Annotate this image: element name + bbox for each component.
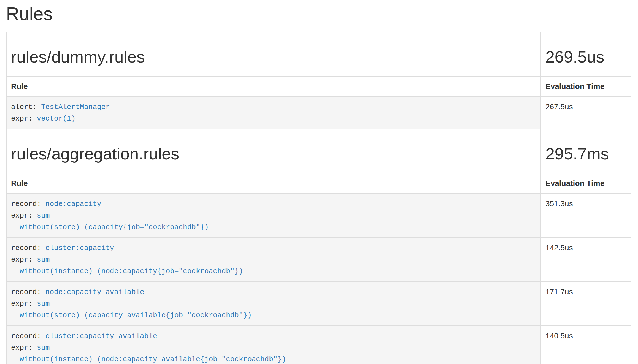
expr-keyword: expr: [11, 300, 37, 308]
rules-page: Rules rules/dummy.rules 269.5us Rule Eva… [0, 0, 638, 364]
rule-evaluation-time: 351.3us [541, 194, 631, 238]
rule-group-title: rules/aggregation.rules [11, 145, 536, 163]
column-header-row: Rule Evaluation Time [6, 76, 631, 97]
rule-code-line: expr: sum [11, 254, 536, 265]
record-keyword: record: [11, 332, 45, 340]
rule-group-name-cell: rules/dummy.rules [6, 32, 541, 76]
rule-expression-link[interactable]: without(instance) (node:capacity{job="co… [11, 267, 243, 275]
rule-column-header: Rule [6, 173, 541, 194]
rule-evaluation-time: 267.5us [541, 97, 631, 129]
rule-evaluation-time: 171.7us [541, 282, 631, 326]
record-name-link[interactable]: cluster:capacity [45, 244, 114, 252]
evaluation-time-column-header: Evaluation Time [541, 173, 631, 194]
rule-expression-link[interactable]: sum [37, 344, 50, 352]
rule-expression-link[interactable]: without(store) (capacity_available{job="… [11, 311, 252, 319]
rule-code-line: record: node:capacity [11, 198, 536, 210]
record-name-link[interactable]: node:capacity [45, 200, 101, 208]
rule-expression-link[interactable]: sum [37, 300, 50, 308]
rule-definition-cell: alert: TestAlertManager expr: vector(1) [6, 97, 541, 129]
record-keyword: record: [11, 288, 45, 296]
record-name-link[interactable]: node:capacity_available [45, 288, 144, 296]
rule-group-name-cell: rules/aggregation.rules [6, 129, 541, 173]
rule-evaluation-time: 142.5us [541, 238, 631, 282]
expr-keyword: expr: [11, 344, 37, 352]
rule-code-line: alert: TestAlertManager [11, 101, 536, 113]
rule-group-title: rules/dummy.rules [11, 48, 536, 66]
rule-code-line: record: node:capacity_available [11, 286, 536, 298]
rule-code-line: without(store) (capacity_available{job="… [11, 309, 536, 321]
rules-table: rules/dummy.rules 269.5us Rule Evaluatio… [6, 32, 631, 364]
rule-group-evaluation-time: 295.7ms [545, 145, 626, 163]
rule-group-header-row: rules/dummy.rules 269.5us [6, 32, 631, 76]
rule-expression-link[interactable]: without(instance) (node:capacity_availab… [11, 355, 286, 363]
rule-definition-cell: record: node:capacity expr: sum without(… [6, 194, 541, 238]
alert-name-link[interactable]: TestAlertManager [41, 103, 110, 111]
record-keyword: record: [11, 200, 45, 208]
expr-keyword: expr: [11, 211, 37, 220]
rule-expression-link[interactable]: without(store) (capacity{job="cockroachd… [11, 223, 209, 231]
record-name-link[interactable]: cluster:capacity_available [45, 332, 157, 340]
expr-keyword: expr: [11, 115, 37, 123]
evaluation-time-column-header: Evaluation Time [541, 76, 631, 97]
rule-code-line: expr: sum [11, 210, 536, 221]
rule-row: record: node:capacity expr: sum without(… [6, 194, 631, 238]
rule-row: record: cluster:capacity expr: sum witho… [6, 238, 631, 282]
rule-row: record: cluster:capacity_available expr:… [6, 326, 631, 364]
rule-row: record: node:capacity_available expr: su… [6, 282, 631, 326]
column-header-row: Rule Evaluation Time [6, 173, 631, 194]
rule-evaluation-time: 140.5us [541, 326, 631, 364]
rule-code-line: without(store) (capacity{job="cockroachd… [11, 221, 536, 233]
rule-code-line: expr: vector(1) [11, 113, 536, 124]
rule-group-evaluation-time: 269.5us [545, 48, 626, 66]
rule-code-line: expr: sum [11, 342, 536, 354]
rule-code-line: expr: sum [11, 298, 536, 309]
rule-group-header-row: rules/aggregation.rules 295.7ms [6, 129, 631, 173]
rule-expression-link[interactable]: vector(1) [37, 115, 75, 123]
rule-column-header: Rule [6, 76, 541, 97]
record-keyword: record: [11, 244, 45, 252]
page-title: Rules [6, 4, 631, 24]
rule-expression-link[interactable]: sum [37, 211, 50, 220]
rule-code-line: record: cluster:capacity [11, 242, 536, 254]
rule-code-line: record: cluster:capacity_available [11, 330, 536, 342]
rule-group-time-cell: 269.5us [541, 32, 631, 76]
expr-keyword: expr: [11, 256, 37, 264]
rule-definition-cell: record: cluster:capacity expr: sum witho… [6, 238, 541, 282]
rule-row: alert: TestAlertManager expr: vector(1) … [6, 97, 631, 129]
rule-code-line: without(instance) (node:capacity{job="co… [11, 265, 536, 277]
rule-group-time-cell: 295.7ms [541, 129, 631, 173]
rule-expression-link[interactable]: sum [37, 256, 50, 264]
rule-definition-cell: record: cluster:capacity_available expr:… [6, 326, 541, 364]
rule-code-line: without(instance) (node:capacity_availab… [11, 354, 536, 364]
alert-keyword: alert: [11, 103, 41, 111]
rule-definition-cell: record: node:capacity_available expr: su… [6, 282, 541, 326]
